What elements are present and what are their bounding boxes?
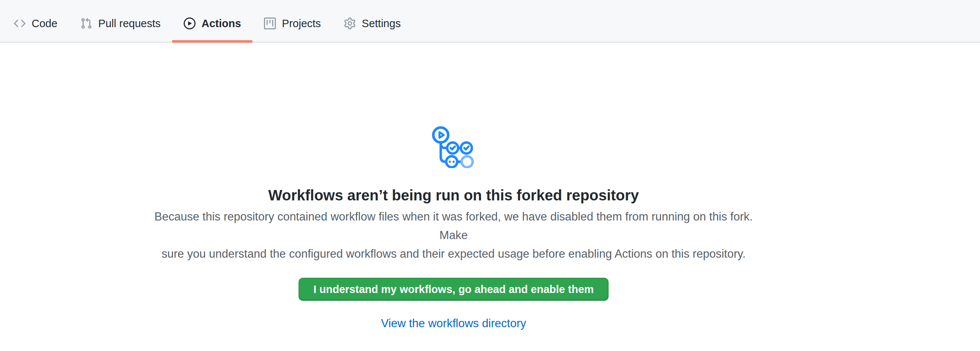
enable-workflows-button[interactable]: I understand my workflows, go ahead and … bbox=[299, 278, 609, 301]
actions-workflow-icon bbox=[0, 125, 907, 168]
blankslate-heading: Workflows aren’t being run on this forke… bbox=[0, 186, 907, 205]
actions-disabled-blankslate: Workflows aren’t being run on this forke… bbox=[0, 43, 907, 333]
tab-projects[interactable]: Projects bbox=[253, 0, 332, 42]
tab-actions[interactable]: Actions bbox=[172, 0, 253, 42]
tab-label: Projects bbox=[282, 17, 321, 30]
tab-label: Pull requests bbox=[98, 17, 161, 30]
tab-pull-requests[interactable]: Pull requests bbox=[69, 0, 172, 42]
description-line: sure you understand the configured workf… bbox=[145, 245, 762, 263]
tab-settings[interactable]: Settings bbox=[332, 0, 412, 42]
code-icon bbox=[14, 17, 25, 29]
repo-tab-nav: Code Pull requests Actions Projects Sett… bbox=[0, 0, 980, 43]
tab-label: Code bbox=[32, 17, 57, 30]
tab-label: Actions bbox=[202, 17, 241, 30]
play-circle-icon bbox=[184, 17, 196, 29]
pull-request-icon bbox=[80, 17, 92, 29]
description-line: Because this repository contained workfl… bbox=[145, 208, 762, 245]
blankslate-description: Because this repository contained workfl… bbox=[145, 208, 762, 263]
tab-label: Settings bbox=[362, 17, 401, 30]
gear-icon bbox=[344, 17, 356, 29]
tab-code[interactable]: Code bbox=[2, 0, 69, 42]
project-board-icon bbox=[264, 17, 276, 29]
view-workflows-directory-link[interactable]: View the workflows directory bbox=[0, 314, 907, 333]
